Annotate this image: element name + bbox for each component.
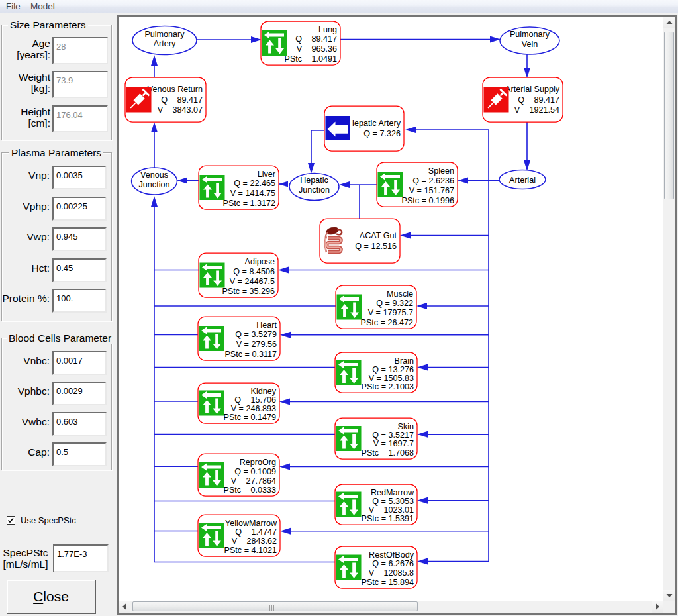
svg-text:Q = 5.3053: Q = 5.3053 <box>372 497 414 506</box>
svg-text:Q = 1.4747: Q = 1.4747 <box>235 527 277 537</box>
svg-text:V = 1505.83: V = 1505.83 <box>369 374 414 383</box>
svg-text:Junction: Junction <box>139 180 170 189</box>
svg-text:PStc = 1.5391: PStc = 1.5391 <box>362 514 414 523</box>
svg-text:Q = 12.516: Q = 12.516 <box>355 242 397 251</box>
svg-text:Q = 0.1009: Q = 0.1009 <box>234 467 276 476</box>
svg-text:Q = 22.465: Q = 22.465 <box>234 179 275 188</box>
svg-text:V = 2843.62: V = 2843.62 <box>232 537 277 546</box>
svg-text:V = 965.36: V = 965.36 <box>297 44 337 54</box>
svg-text:Muscle: Muscle <box>387 289 413 299</box>
svg-text:Spleen: Spleen <box>428 166 454 176</box>
svg-text:Venous: Venous <box>140 170 168 180</box>
svg-text:Q = 6.2676: Q = 6.2676 <box>372 559 414 568</box>
svg-text:PStc = 26.472: PStc = 26.472 <box>361 318 413 327</box>
svg-text:V = 12085.8: V = 12085.8 <box>369 568 414 578</box>
svg-text:V = 246.893: V = 246.893 <box>231 404 276 413</box>
svg-text:PStc = 4.1021: PStc = 4.1021 <box>224 546 277 555</box>
svg-text:Q = 9.322: Q = 9.322 <box>376 299 413 308</box>
svg-text:PStc = 0.1479: PStc = 0.1479 <box>224 413 276 422</box>
svg-text:PStc = 2.1003: PStc = 2.1003 <box>362 382 414 391</box>
svg-text:Arterial: Arterial <box>509 176 536 185</box>
svg-text:Arterial Supply: Arterial Supply <box>505 85 560 94</box>
svg-text:Kidney: Kidney <box>250 387 276 396</box>
svg-text:V = 1921.54: V = 1921.54 <box>514 105 559 115</box>
svg-text:Q = 8.4506: Q = 8.4506 <box>233 267 275 276</box>
svg-text:ACAT Gut: ACAT Gut <box>360 231 397 240</box>
svg-text:V = 151.767: V = 151.767 <box>409 186 454 195</box>
svg-text:Skin: Skin <box>398 422 414 431</box>
svg-text:Q = 3.5279: Q = 3.5279 <box>235 330 277 339</box>
svg-text:ReproOrg: ReproOrg <box>240 458 276 467</box>
svg-text:PStc = 0.3117: PStc = 0.3117 <box>224 350 277 359</box>
svg-text:Pulmonary: Pulmonary <box>510 30 550 39</box>
svg-text:Venous Return: Venous Return <box>148 85 203 94</box>
svg-text:YellowMarrow: YellowMarrow <box>225 519 277 528</box>
svg-text:RestOfBody: RestOfBody <box>369 550 414 560</box>
svg-text:V = 279.56: V = 279.56 <box>236 340 277 349</box>
svg-text:Q = 2.6236: Q = 2.6236 <box>412 176 454 185</box>
svg-text:Q = 7.326: Q = 7.326 <box>363 129 401 138</box>
svg-text:Adipose: Adipose <box>244 257 275 266</box>
svg-text:V = 1697.7: V = 1697.7 <box>373 439 414 448</box>
svg-text:RedMarrow: RedMarrow <box>371 488 414 497</box>
svg-text:Q = 89.417: Q = 89.417 <box>518 95 559 105</box>
svg-text:V = 17975.7: V = 17975.7 <box>368 308 413 317</box>
svg-text:Q = 89.417: Q = 89.417 <box>295 34 337 44</box>
svg-text:Brain: Brain <box>395 356 414 366</box>
svg-text:Hepatic Artery: Hepatic Artery <box>348 119 401 128</box>
svg-text:V = 27.7864: V = 27.7864 <box>231 476 276 486</box>
svg-text:Lung: Lung <box>318 25 337 34</box>
svg-text:PStc = 1.0491: PStc = 1.0491 <box>285 54 337 64</box>
svg-text:V = 1023.01: V = 1023.01 <box>369 505 414 515</box>
svg-text:Q = 13.276: Q = 13.276 <box>372 365 414 374</box>
svg-text:PStc = 35.296: PStc = 35.296 <box>222 287 275 296</box>
svg-text:PStc = 1.3172: PStc = 1.3172 <box>223 199 275 208</box>
svg-text:Liver: Liver <box>258 170 275 179</box>
svg-text:Q = 89.417: Q = 89.417 <box>161 95 203 105</box>
svg-text:PStc = 15.894: PStc = 15.894 <box>362 578 414 587</box>
svg-text:Junction: Junction <box>299 185 330 195</box>
svg-text:Q = 15.706: Q = 15.706 <box>234 395 276 405</box>
svg-text:PStc = 0.1996: PStc = 0.1996 <box>402 196 454 205</box>
svg-text:Hepatic: Hepatic <box>300 176 328 185</box>
svg-text:V = 3843.07: V = 3843.07 <box>158 105 203 115</box>
svg-text:Pulmonary: Pulmonary <box>144 30 185 39</box>
svg-text:Vein: Vein <box>522 40 538 49</box>
svg-text:V = 1414.75: V = 1414.75 <box>230 189 275 198</box>
svg-text:V = 24467.5: V = 24467.5 <box>230 277 275 286</box>
svg-text:PStc = 0.0333: PStc = 0.0333 <box>224 486 276 495</box>
svg-text:Heart: Heart <box>256 321 277 330</box>
svg-text:Artery: Artery <box>154 39 176 48</box>
svg-text:Q = 3.5217: Q = 3.5217 <box>372 431 414 440</box>
svg-text:PStc = 1.7068: PStc = 1.7068 <box>362 448 414 458</box>
